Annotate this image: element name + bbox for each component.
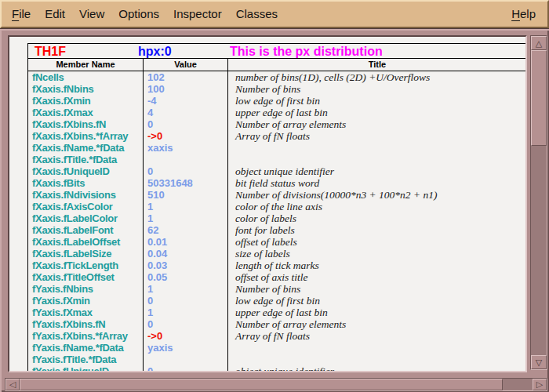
horizontal-scrollbar[interactable]: ◁ ▷	[5, 378, 547, 391]
table-row[interactable]: fYaxis.fXmin0low edge of first bin	[28, 295, 526, 307]
menu-item-edit[interactable]: Edit	[38, 2, 72, 26]
window-frame: TH1F hpx:0 This is the px distribution M…	[0, 28, 549, 392]
horizontal-scrollbar-thumb[interactable]	[20, 379, 503, 390]
up-arrow-icon: △	[536, 39, 542, 48]
object-inspector-window: FileEditViewOptionsInspectorClassesHelp …	[0, 0, 549, 392]
scroll-down-button[interactable]: ▽	[531, 355, 547, 369]
table-row[interactable]: fXaxis.fNdivisions510Number of divisions…	[28, 189, 526, 201]
table-row[interactable]: fXaxis.fBits50331648bit field status wor…	[28, 177, 526, 189]
vertical-scrollbar-thumb[interactable]	[531, 50, 547, 146]
member-value-cell: 0.05	[144, 271, 228, 283]
member-name-cell: fXaxis.fXmax	[28, 107, 144, 118]
member-name-cell: fXaxis.fAxisColor	[28, 201, 144, 212]
member-title-cell: offset of labels	[228, 236, 526, 248]
table-row[interactable]: fXaxis.fTitle.*fData	[28, 154, 526, 165]
menu-item-inspector[interactable]: Inspector	[166, 2, 229, 26]
member-title-cell: Number of divisions(10000*n3 + 100*n2 + …	[228, 189, 526, 201]
object-header-row: TH1F hpx:0 This is the px distribution	[28, 44, 526, 59]
table-row[interactable]: fXaxis.fUniqueID0object unique identifie…	[28, 165, 526, 177]
member-value-cell	[144, 154, 228, 165]
content-viewport: TH1F hpx:0 This is the px distribution M…	[8, 35, 527, 372]
member-title-cell: low edge of first bin	[228, 295, 526, 307]
menu-item-view[interactable]: View	[72, 2, 111, 26]
member-name-cell: fYaxis.fXmax	[28, 307, 144, 318]
member-title-cell	[228, 342, 526, 354]
table-row[interactable]: fXaxis.fXbins.fN0Number of array element…	[28, 118, 526, 130]
table-row[interactable]: fXaxis.fXmin-4low edge of first bin	[28, 95, 526, 107]
table-row[interactable]: fXaxis.fLabelFont62font for labels	[28, 224, 526, 236]
member-title-cell: length of tick marks	[228, 260, 526, 271]
table-row[interactable]: fNcells102number of bins(1D), cells (2D)…	[28, 71, 526, 83]
table-row[interactable]: fYaxis.fTitle.*fData	[28, 354, 526, 365]
member-title-cell: Array of fN floats	[228, 130, 526, 142]
table-row[interactable]: fXaxis.fTitleOffset0.05offset of axis ti…	[28, 271, 526, 283]
member-name-cell: fYaxis.fName.*fData	[28, 342, 144, 354]
member-title-cell: Number of bins	[228, 283, 526, 295]
member-name-cell: fXaxis.fUniqueID	[28, 165, 144, 177]
down-arrow-icon: ▽	[536, 358, 542, 367]
table-row[interactable]: fXaxis.fLabelColor1color of labels	[28, 212, 526, 224]
member-value-cell: yaxis	[144, 342, 228, 354]
member-value-cell: ->0	[144, 130, 228, 142]
member-title-cell: color of labels	[228, 212, 526, 224]
member-title-cell	[228, 354, 526, 365]
member-name-cell: fXaxis.fName.*fData	[28, 142, 144, 154]
scroll-right-button[interactable]: ▷	[533, 379, 547, 390]
menu-item-options[interactable]: Options	[111, 2, 166, 26]
member-title-cell: Number of bins	[228, 83, 526, 95]
member-value-cell: 1	[144, 201, 228, 212]
member-name-cell: fXaxis.fNbins	[28, 83, 144, 95]
member-value-cell: 0	[144, 295, 228, 307]
member-value-cell: 1	[144, 212, 228, 224]
member-name-cell: fXaxis.fLabelColor	[28, 212, 144, 224]
table-row[interactable]: fXaxis.fAxisColor1color of the line axis	[28, 201, 526, 212]
member-value-cell: 0.03	[144, 260, 228, 271]
member-name-cell: fXaxis.fNdivisions	[28, 189, 144, 201]
member-title-cell	[228, 154, 526, 165]
member-value-cell: 1	[144, 283, 228, 295]
table-row[interactable]: fYaxis.fXbins.*fArray->0Array of fN floa…	[28, 330, 526, 342]
member-value-cell: 1	[144, 307, 228, 318]
menu-item-file[interactable]: File	[5, 2, 38, 26]
table-row[interactable]: fYaxis.fName.*fDatayaxis	[28, 342, 526, 354]
member-value-cell: 0	[144, 118, 228, 130]
member-title-cell: size of labels	[228, 248, 526, 260]
member-name-cell: fYaxis.fTitle.*fData	[28, 354, 144, 365]
member-title-cell: object unique identifier	[228, 365, 526, 372]
menu-item-classes[interactable]: Classes	[229, 2, 285, 26]
member-title-cell: color of the line axis	[228, 201, 526, 212]
member-title-cell: bit field status word	[228, 177, 526, 189]
table-row[interactable]: fYaxis.fNbins1Number of bins	[28, 283, 526, 295]
member-value-cell: xaxis	[144, 142, 228, 154]
member-title-cell: number of bins(1D), cells (2D) +U/Overfl…	[228, 71, 526, 83]
member-name-cell: fXaxis.fLabelFont	[28, 224, 144, 236]
member-name-cell: fYaxis.fXbins.*fArray	[28, 330, 144, 342]
member-rows: fNcells102number of bins(1D), cells (2D)…	[28, 71, 526, 372]
menu-item-help[interactable]: Help	[504, 2, 543, 26]
table-row[interactable]: fXaxis.fNbins100Number of bins	[28, 83, 526, 95]
vertical-scrollbar[interactable]: △ ▽	[530, 35, 547, 370]
table-row[interactable]: fXaxis.fXmax4upper edge of last bin	[28, 107, 526, 118]
table-row[interactable]: fYaxis.fUniqueID0object unique identifie…	[28, 365, 526, 372]
table-row[interactable]: fXaxis.fName.*fDataxaxis	[28, 142, 526, 154]
member-title-cell: offset of axis title	[228, 271, 526, 283]
table-row[interactable]: fYaxis.fXbins.fN0Number of array element…	[28, 318, 526, 330]
table-row[interactable]: fXaxis.fLabelSize0.04size of labels	[28, 248, 526, 260]
member-title-cell: Number of array elements	[228, 318, 526, 330]
member-title-cell: upper edge of last bin	[228, 107, 526, 118]
member-value-cell: 4	[144, 107, 228, 118]
member-name-cell: fXaxis.fTickLength	[28, 260, 144, 271]
right-arrow-icon: ▷	[536, 380, 543, 389]
member-name-cell: fXaxis.fLabelSize	[28, 248, 144, 260]
column-header-value: Value	[144, 59, 228, 71]
left-arrow-icon: ◁	[9, 380, 16, 389]
table-row[interactable]: fYaxis.fXmax1upper edge of last bin	[28, 307, 526, 318]
member-title-cell: upper edge of last bin	[228, 307, 526, 318]
member-title-cell: Number of array elements	[228, 118, 526, 130]
menu-bar: FileEditViewOptionsInspectorClassesHelp	[0, 0, 549, 28]
scroll-left-button[interactable]: ◁	[5, 379, 20, 390]
table-row[interactable]: fXaxis.fLabelOffset0.01offset of labels	[28, 236, 526, 248]
table-row[interactable]: fXaxis.fXbins.*fArray->0Array of fN floa…	[28, 130, 526, 142]
scroll-up-button[interactable]: △	[531, 36, 547, 50]
table-row[interactable]: fXaxis.fTickLength0.03length of tick mar…	[28, 260, 526, 271]
